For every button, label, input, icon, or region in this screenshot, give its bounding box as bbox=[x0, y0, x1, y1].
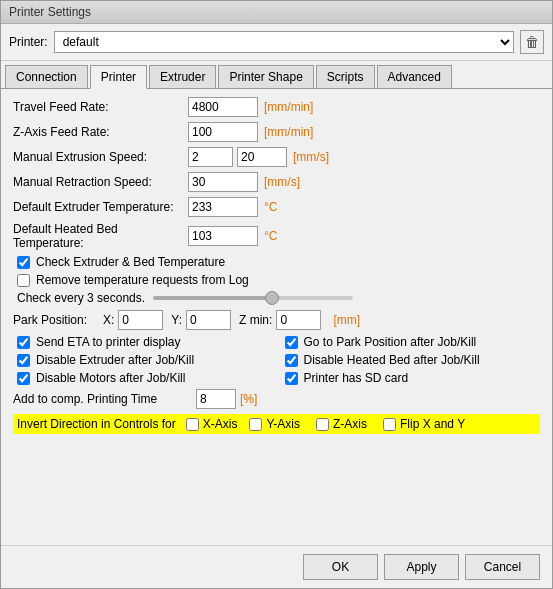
invert-x-axis-item: X-Axis bbox=[186, 417, 238, 431]
tab-connection[interactable]: Connection bbox=[5, 65, 88, 88]
go-to-park-row: Go to Park Position after Job/Kill bbox=[281, 335, 541, 349]
window-title: Printer Settings bbox=[9, 5, 91, 19]
printer-label: Printer: bbox=[9, 35, 48, 49]
default-bed-temp-row: Default Heated Bed Temperature: °C bbox=[13, 222, 540, 250]
tab-printer-shape[interactable]: Printer Shape bbox=[218, 65, 313, 88]
remove-temp-checkbox[interactable] bbox=[17, 274, 30, 287]
send-eta-row: Send ETA to printer display bbox=[13, 335, 273, 349]
default-extruder-temp-row: Default Extruder Temperature: °C bbox=[13, 197, 540, 217]
tab-extruder[interactable]: Extruder bbox=[149, 65, 216, 88]
check-interval-slider[interactable] bbox=[153, 296, 353, 300]
park-y-coord: Y: bbox=[171, 310, 231, 330]
z-axis-feed-rate-unit: [mm/min] bbox=[264, 125, 313, 139]
invert-flip-xy-item: Flip X and Y bbox=[383, 417, 465, 431]
invert-checks-container: X-Axis Y-Axis Z-Axis Flip X and Y bbox=[186, 416, 465, 432]
disable-heated-bed-checkbox[interactable] bbox=[285, 354, 298, 367]
default-extruder-temp-label: Default Extruder Temperature: bbox=[13, 200, 188, 214]
invert-x-axis-checkbox[interactable] bbox=[186, 418, 199, 431]
checkboxes-left-col: Send ETA to printer display Disable Extr… bbox=[13, 335, 273, 389]
checkboxes-right-col: Go to Park Position after Job/Kill Disab… bbox=[281, 335, 541, 389]
manual-retraction-row: Manual Retraction Speed: [mm/s] bbox=[13, 172, 540, 192]
manual-extrusion-input1[interactable] bbox=[188, 147, 233, 167]
manual-extrusion-row: Manual Extrusion Speed: [mm/s] bbox=[13, 147, 540, 167]
invert-y-axis-checkbox[interactable] bbox=[249, 418, 262, 431]
invert-direction-row: Invert Direction in Controls for X-Axis … bbox=[13, 414, 540, 434]
park-position-label: Park Position: bbox=[13, 313, 103, 327]
travel-feed-rate-input[interactable] bbox=[188, 97, 258, 117]
invert-z-axis-checkbox[interactable] bbox=[316, 418, 329, 431]
park-position-row: Park Position: X: Y: Z min: [mm] bbox=[13, 310, 540, 330]
check-extruder-bed-row: Check Extruder & Bed Temperature bbox=[13, 255, 540, 269]
check-extruder-bed-label: Check Extruder & Bed Temperature bbox=[36, 255, 225, 269]
tab-content: Travel Feed Rate: [mm/min] Z-Axis Feed R… bbox=[1, 89, 552, 545]
cancel-button[interactable]: Cancel bbox=[465, 554, 540, 580]
invert-flip-xy-label: Flip X and Y bbox=[400, 417, 465, 431]
invert-z-axis-item: Z-Axis bbox=[312, 416, 371, 432]
park-x-coord: X: bbox=[103, 310, 163, 330]
default-bed-temp-input[interactable] bbox=[188, 226, 258, 246]
checkboxes-two-col: Send ETA to printer display Disable Extr… bbox=[13, 335, 540, 389]
remove-temp-row: Remove temperature requests from Log bbox=[13, 273, 540, 287]
tabs-bar: Connection Printer Extruder Printer Shap… bbox=[1, 61, 552, 89]
invert-z-axis-label: Z-Axis bbox=[333, 417, 367, 431]
invert-x-axis-label: X-Axis bbox=[203, 417, 238, 431]
check-extruder-bed-checkbox[interactable] bbox=[17, 256, 30, 269]
check-every-label: Check every 3 seconds. bbox=[17, 291, 145, 305]
invert-y-axis-label: Y-Axis bbox=[266, 417, 300, 431]
manual-extrusion-label: Manual Extrusion Speed: bbox=[13, 150, 188, 164]
manual-extrusion-input2[interactable] bbox=[237, 147, 287, 167]
disable-heated-bed-row: Disable Heated Bed after Job/Kill bbox=[281, 353, 541, 367]
add-time-input[interactable] bbox=[196, 389, 236, 409]
invert-y-axis-item: Y-Axis bbox=[249, 417, 300, 431]
go-to-park-label: Go to Park Position after Job/Kill bbox=[304, 335, 477, 349]
printer-select[interactable]: default bbox=[54, 31, 514, 53]
z-axis-feed-rate-row: Z-Axis Feed Rate: [mm/min] bbox=[13, 122, 540, 142]
manual-retraction-unit: [mm/s] bbox=[264, 175, 300, 189]
travel-feed-rate-row: Travel Feed Rate: [mm/min] bbox=[13, 97, 540, 117]
ok-button[interactable]: OK bbox=[303, 554, 378, 580]
go-to-park-checkbox[interactable] bbox=[285, 336, 298, 349]
tab-scripts[interactable]: Scripts bbox=[316, 65, 375, 88]
remove-temp-label: Remove temperature requests from Log bbox=[36, 273, 249, 287]
default-bed-temp-label: Default Heated Bed Temperature: bbox=[13, 222, 188, 250]
printer-settings-window: Printer Settings Printer: default 🗑 Conn… bbox=[0, 0, 553, 589]
disable-motors-row: Disable Motors after Job/Kill bbox=[13, 371, 273, 385]
z-axis-feed-rate-input[interactable] bbox=[188, 122, 258, 142]
manual-retraction-label: Manual Retraction Speed: bbox=[13, 175, 188, 189]
manual-retraction-input[interactable] bbox=[188, 172, 258, 192]
travel-feed-rate-label: Travel Feed Rate: bbox=[13, 100, 188, 114]
title-bar: Printer Settings bbox=[1, 1, 552, 24]
send-eta-checkbox[interactable] bbox=[17, 336, 30, 349]
add-time-unit: [%] bbox=[240, 392, 257, 406]
check-every-row: Check every 3 seconds. bbox=[13, 291, 540, 305]
invert-flip-xy-checkbox[interactable] bbox=[383, 418, 396, 431]
park-y-label: Y: bbox=[171, 313, 182, 327]
disable-extruder-row: Disable Extruder after Job/Kill bbox=[13, 353, 273, 367]
disable-motors-label: Disable Motors after Job/Kill bbox=[36, 371, 185, 385]
park-zmin-input[interactable] bbox=[276, 310, 321, 330]
delete-printer-button[interactable]: 🗑 bbox=[520, 30, 544, 54]
default-extruder-temp-input[interactable] bbox=[188, 197, 258, 217]
invert-direction-label: Invert Direction in Controls for bbox=[17, 417, 176, 431]
park-x-input[interactable] bbox=[118, 310, 163, 330]
park-unit: [mm] bbox=[333, 313, 360, 327]
manual-extrusion-unit: [mm/s] bbox=[293, 150, 329, 164]
disable-extruder-checkbox[interactable] bbox=[17, 354, 30, 367]
park-x-label: X: bbox=[103, 313, 114, 327]
park-zmin-coord: Z min: bbox=[239, 310, 321, 330]
default-extruder-temp-unit: °C bbox=[264, 200, 277, 214]
disable-motors-checkbox[interactable] bbox=[17, 372, 30, 385]
send-eta-label: Send ETA to printer display bbox=[36, 335, 181, 349]
tab-advanced[interactable]: Advanced bbox=[377, 65, 452, 88]
printer-sd-label: Printer has SD card bbox=[304, 371, 409, 385]
tab-printer[interactable]: Printer bbox=[90, 65, 147, 89]
travel-feed-rate-unit: [mm/min] bbox=[264, 100, 313, 114]
z-axis-feed-rate-label: Z-Axis Feed Rate: bbox=[13, 125, 188, 139]
printer-sd-checkbox[interactable] bbox=[285, 372, 298, 385]
printer-row: Printer: default 🗑 bbox=[1, 24, 552, 61]
printer-sd-row: Printer has SD card bbox=[281, 371, 541, 385]
bottom-button-row: OK Apply Cancel bbox=[1, 545, 552, 588]
apply-button[interactable]: Apply bbox=[384, 554, 459, 580]
park-y-input[interactable] bbox=[186, 310, 231, 330]
disable-extruder-label: Disable Extruder after Job/Kill bbox=[36, 353, 194, 367]
